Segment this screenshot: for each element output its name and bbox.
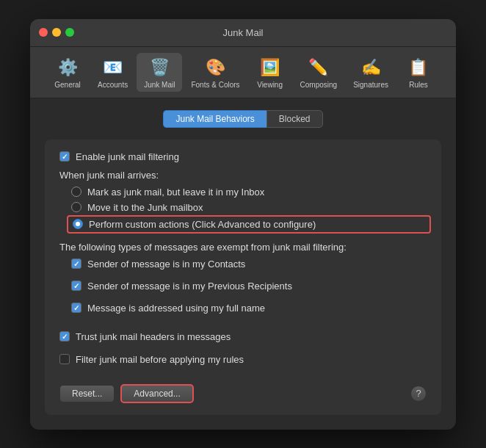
- tab-bar: Junk Mail Behaviors Blocked: [45, 110, 441, 128]
- advanced-button[interactable]: Advanced...: [120, 384, 193, 403]
- help-button[interactable]: ?: [410, 386, 427, 402]
- when-junk-arrives-section: When junk mail arrives: Mark as junk mai…: [59, 170, 427, 231]
- exempt-recipients-label: Sender of message is in my Previous Reci…: [87, 281, 292, 292]
- toolbar-label-signatures: Signatures: [353, 81, 388, 89]
- maximize-button[interactable]: [65, 28, 74, 37]
- toolbar-label-viewing: Viewing: [257, 81, 283, 89]
- exempt-full-name-row: Message is addressed using my full name: [71, 303, 427, 314]
- main-window: Junk Mail ⚙️ General 📧 Accounts 🗑️ Junk …: [30, 19, 456, 430]
- bottom-checkboxes: Trust junk mail headers in messages Filt…: [59, 331, 427, 372]
- radio-row-custom: Perform custom actions (Click Advanced t…: [67, 215, 431, 234]
- enable-junk-filter-row: Enable junk mail filtering: [59, 151, 427, 162]
- button-row: Reset... Advanced... ?: [59, 384, 427, 403]
- filter-before-rules-label: Filter junk mail before applying my rule…: [76, 354, 244, 365]
- junk-mail-panel: Enable junk mail filtering When junk mai…: [45, 140, 441, 415]
- toolbar-item-composing[interactable]: ✏️ Composing: [293, 53, 345, 92]
- toolbar-item-rules[interactable]: 📋 Rules: [397, 53, 440, 92]
- toolbar-label-accounts: Accounts: [98, 81, 128, 89]
- traffic-lights: [39, 28, 74, 37]
- exempt-section: The following types of messages are exem…: [59, 242, 427, 321]
- trust-headers-checkbox[interactable]: [59, 331, 70, 342]
- toolbar-item-general[interactable]: ⚙️ General: [46, 53, 89, 92]
- toolbar-label-composing: Composing: [300, 81, 338, 89]
- rules-icon: 📋: [407, 56, 430, 79]
- titlebar: Junk Mail: [30, 19, 456, 47]
- radio-mark-label: Mark as junk mail, but leave it in my In…: [87, 187, 264, 198]
- toolbar-item-fonts-colors[interactable]: 🎨 Fonts & Colors: [184, 53, 247, 92]
- exempt-recipients-checkbox[interactable]: [71, 281, 81, 291]
- exempt-contacts-checkbox[interactable]: [71, 259, 81, 269]
- filter-before-rules-checkbox[interactable]: [59, 354, 70, 364]
- tab-junk-mail-behaviors[interactable]: Junk Mail Behaviors: [163, 110, 266, 128]
- radio-move[interactable]: [71, 202, 81, 212]
- junk-mail-icon: 🗑️: [148, 56, 171, 79]
- exempt-contacts-row: Sender of message is in my Contacts: [71, 259, 427, 270]
- toolbar-label-fonts-colors: Fonts & Colors: [191, 81, 239, 89]
- toolbar-item-signatures[interactable]: ✍️ Signatures: [346, 53, 396, 92]
- reset-button[interactable]: Reset...: [59, 385, 115, 402]
- when-junk-arrives-label: When junk mail arrives:: [59, 170, 427, 181]
- content-area: Junk Mail Behaviors Blocked Enable junk …: [30, 98, 456, 430]
- radio-row-mark: Mark as junk mail, but leave it in my In…: [71, 187, 427, 198]
- radio-group-junk-action: Mark as junk mail, but leave it in my In…: [59, 187, 427, 231]
- exempt-checkboxes: Sender of message is in my Contacts Send…: [59, 259, 427, 321]
- minimize-button[interactable]: [52, 28, 61, 37]
- filter-before-rules-row: Filter junk mail before applying my rule…: [59, 354, 427, 365]
- toolbar-item-accounts[interactable]: 📧 Accounts: [90, 53, 135, 92]
- exempt-full-name-checkbox[interactable]: [71, 303, 81, 313]
- radio-move-label: Move it to the Junk mailbox: [87, 202, 203, 213]
- toolbar: ⚙️ General 📧 Accounts 🗑️ Junk Mail 🎨 Fon…: [30, 47, 456, 98]
- viewing-icon: 🖼️: [258, 56, 282, 79]
- exempt-full-name-label: Message is addressed using my full name: [87, 303, 265, 314]
- fonts-colors-icon: 🎨: [203, 56, 227, 79]
- exempt-label: The following types of messages are exem…: [59, 242, 427, 253]
- toolbar-item-junk-mail[interactable]: 🗑️ Junk Mail: [137, 53, 182, 92]
- enable-junk-filter-checkbox[interactable]: [59, 151, 70, 162]
- exempt-recipients-row: Sender of message is in my Previous Reci…: [71, 281, 427, 292]
- toolbar-label-general: General: [54, 81, 81, 89]
- composing-icon: ✏️: [307, 56, 330, 79]
- close-button[interactable]: [39, 28, 48, 37]
- radio-row-move: Move it to the Junk mailbox: [71, 202, 427, 213]
- toolbar-label-junk-mail: Junk Mail: [144, 81, 175, 89]
- accounts-icon: 📧: [101, 56, 125, 79]
- exempt-contacts-label: Sender of message is in my Contacts: [87, 259, 245, 270]
- toolbar-item-viewing[interactable]: 🖼️ Viewing: [249, 53, 291, 92]
- trust-headers-row: Trust junk mail headers in messages: [59, 331, 427, 342]
- general-icon: ⚙️: [56, 56, 79, 79]
- tab-blocked[interactable]: Blocked: [266, 110, 323, 128]
- radio-custom[interactable]: [73, 219, 83, 229]
- window-title: Junk Mail: [223, 27, 264, 38]
- enable-junk-filter-label: Enable junk mail filtering: [76, 151, 179, 162]
- signatures-icon: ✍️: [359, 56, 382, 79]
- toolbar-label-rules: Rules: [409, 81, 428, 89]
- trust-headers-label: Trust junk mail headers in messages: [76, 331, 231, 342]
- radio-custom-label: Perform custom actions (Click Advanced t…: [89, 219, 316, 230]
- radio-mark[interactable]: [71, 187, 81, 197]
